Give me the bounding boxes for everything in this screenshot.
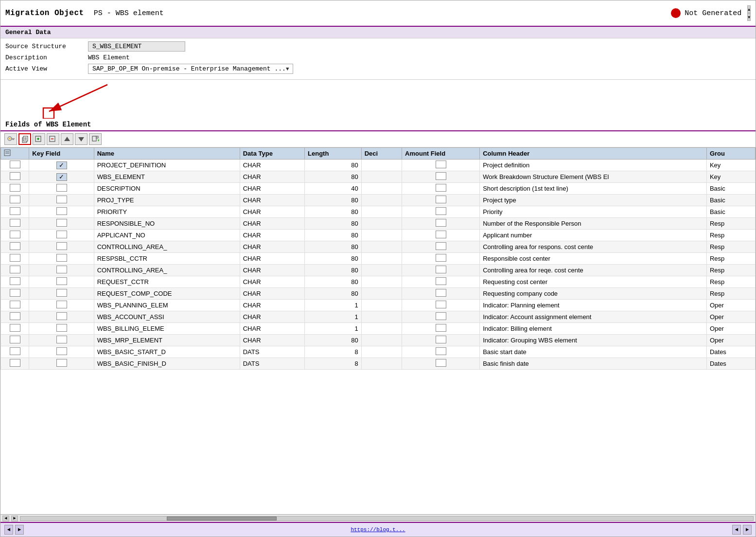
row-sel-checkbox[interactable] (10, 231, 20, 238)
nav-left-arrow[interactable]: ◄ (4, 525, 13, 535)
amount-checkbox[interactable] (436, 301, 446, 308)
bottom-scroll[interactable]: ◄ ► (0, 514, 756, 522)
row-selector-cell[interactable] (1, 265, 29, 276)
amount-field-cell[interactable] (402, 171, 480, 183)
row-selector-cell[interactable] (1, 300, 29, 311)
row-sel-checkbox[interactable] (10, 359, 20, 367)
amount-field-cell[interactable] (402, 265, 480, 276)
table-row[interactable]: ✓PROJECT_DEFINITIONCHAR80Project definit… (1, 160, 756, 171)
amount-checkbox[interactable] (436, 336, 446, 343)
row-selector-cell[interactable] (1, 241, 29, 253)
amount-field-cell[interactable] (402, 335, 480, 346)
key-field-cell[interactable] (29, 323, 94, 335)
scroll-left-arrow[interactable]: ◄ (2, 516, 9, 521)
row-sel-checkbox[interactable] (10, 242, 20, 250)
row-selector-cell[interactable] (1, 346, 29, 358)
amount-checkbox[interactable] (436, 324, 446, 332)
row-sel-checkbox[interactable] (10, 266, 20, 273)
row-sel-checkbox[interactable] (10, 324, 20, 332)
table-row[interactable]: CONTROLLING_AREA_CHAR80Controlling area … (1, 241, 756, 253)
row-selector-cell[interactable] (1, 218, 29, 230)
amount-checkbox[interactable] (436, 312, 446, 320)
row-selector-cell[interactable] (1, 311, 29, 323)
row-sel-checkbox[interactable] (10, 347, 20, 355)
key-field-cell[interactable]: ✓ (29, 171, 94, 183)
active-view-dropdown[interactable]: SAP_BP_OP_EM On-premise - Enterprise Man… (88, 64, 293, 74)
row-selector-cell[interactable] (1, 276, 29, 288)
key-field-checkbox[interactable] (56, 347, 67, 355)
table-row[interactable]: WBS_ACCOUNT_ASSICHAR1Indicator: Account … (1, 311, 756, 323)
amount-field-cell[interactable] (402, 323, 480, 335)
amount-field-cell[interactable] (402, 206, 480, 218)
row-selector-cell[interactable] (1, 230, 29, 241)
add-toolbar-btn[interactable] (33, 133, 45, 145)
row-sel-checkbox[interactable] (10, 196, 20, 203)
row-sel-checkbox[interactable] (10, 184, 20, 192)
horizontal-scroll-track[interactable] (20, 516, 754, 521)
row-selector-cell[interactable] (1, 195, 29, 206)
remove-toolbar-btn[interactable] (47, 133, 59, 145)
key-field-cell[interactable] (29, 288, 94, 300)
table-row[interactable]: CONTROLLING_AREA_CHAR80Controlling area … (1, 265, 756, 276)
key-field-cell[interactable] (29, 195, 94, 206)
amount-field-cell[interactable] (402, 241, 480, 253)
row-sel-checkbox[interactable] (10, 277, 20, 285)
key-field-cell[interactable] (29, 218, 94, 230)
scroll-up-arrow[interactable]: ▲ (747, 5, 751, 13)
nav-right-arrow[interactable]: ► (15, 525, 24, 535)
key-field-checkbox[interactable]: ✓ (56, 161, 67, 169)
key-field-cell[interactable] (29, 335, 94, 346)
amount-field-cell[interactable] (402, 195, 480, 206)
amount-checkbox[interactable] (436, 347, 446, 355)
key-field-cell[interactable] (29, 358, 94, 370)
amount-field-cell[interactable] (402, 218, 480, 230)
export-toolbar-btn[interactable] (89, 133, 102, 145)
amount-checkbox[interactable] (436, 289, 446, 297)
key-field-checkbox[interactable]: ✓ (56, 173, 67, 181)
key-field-checkbox[interactable] (56, 266, 67, 273)
amount-checkbox[interactable] (436, 172, 446, 180)
key-field-cell[interactable] (29, 346, 94, 358)
key-field-cell[interactable] (29, 311, 94, 323)
key-field-cell[interactable] (29, 300, 94, 311)
row-sel-checkbox[interactable] (10, 207, 20, 215)
amount-field-cell[interactable] (402, 358, 480, 370)
row-selector-cell[interactable] (1, 160, 29, 171)
table-row[interactable]: WBS_BASIC_START_DDATS8Basic start dateDa… (1, 346, 756, 358)
amount-field-cell[interactable] (402, 311, 480, 323)
amount-checkbox[interactable] (436, 207, 446, 215)
key-field-checkbox[interactable] (56, 289, 67, 297)
key-field-cell[interactable] (29, 183, 94, 195)
amount-checkbox[interactable] (436, 254, 446, 262)
row-sel-checkbox[interactable] (10, 161, 20, 168)
table-row[interactable]: WBS_MRP_ELEMENTCHAR80Indicator: Grouping… (1, 335, 756, 346)
table-row[interactable]: WBS_BILLING_ELEMECHAR1Indicator: Billing… (1, 323, 756, 335)
row-sel-checkbox[interactable] (10, 289, 20, 297)
amount-field-cell[interactable] (402, 276, 480, 288)
row-sel-checkbox[interactable] (10, 301, 20, 308)
row-selector-cell[interactable] (1, 323, 29, 335)
key-field-checkbox[interactable] (56, 277, 67, 285)
bottom-nav-url[interactable]: https://blog.t... (351, 527, 405, 533)
table-row[interactable]: RESPONSIBLE_NOCHAR80Number of the Respon… (1, 218, 756, 230)
scroll-right-arrow[interactable]: ► (11, 516, 18, 521)
table-row[interactable]: DESCRIPTIONCHAR40Short description (1st … (1, 183, 756, 195)
key-field-checkbox[interactable] (56, 301, 67, 308)
table-row[interactable]: WBS_PLANNING_ELEMCHAR1Indicator: Plannin… (1, 300, 756, 311)
up-toolbar-btn[interactable] (61, 133, 73, 145)
key-field-cell[interactable] (29, 230, 94, 241)
table-row[interactable]: REQUEST_COMP_CODECHAR80Requesting compan… (1, 288, 756, 300)
amount-checkbox[interactable] (436, 231, 446, 238)
key-field-cell[interactable] (29, 276, 94, 288)
amount-field-cell[interactable] (402, 253, 480, 265)
key-field-checkbox[interactable] (56, 254, 67, 262)
row-selector-cell[interactable] (1, 171, 29, 183)
amount-checkbox[interactable] (436, 359, 446, 367)
key-field-checkbox[interactable] (56, 242, 67, 250)
row-selector-cell[interactable] (1, 183, 29, 195)
amount-checkbox[interactable] (436, 242, 446, 250)
amount-field-cell[interactable] (402, 346, 480, 358)
bottom-scroll-right[interactable]: ► (743, 525, 752, 535)
key-field-cell[interactable] (29, 253, 94, 265)
row-selector-cell[interactable] (1, 288, 29, 300)
